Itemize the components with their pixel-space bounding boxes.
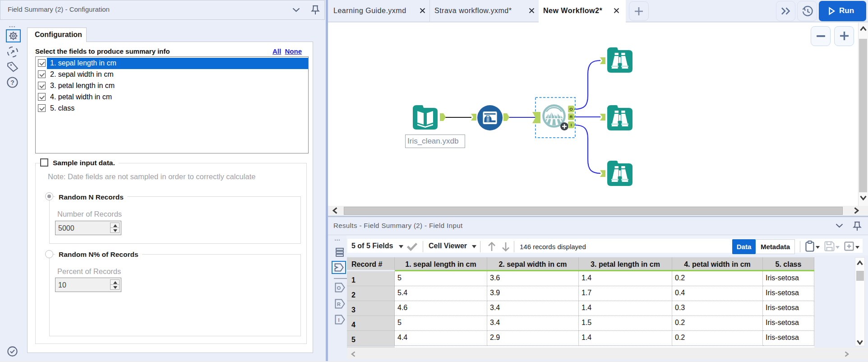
svg-text:O: O bbox=[337, 285, 341, 291]
svg-text:I: I bbox=[338, 317, 339, 323]
svg-text:R: R bbox=[337, 302, 341, 307]
svg-text:?: ? bbox=[10, 79, 14, 86]
